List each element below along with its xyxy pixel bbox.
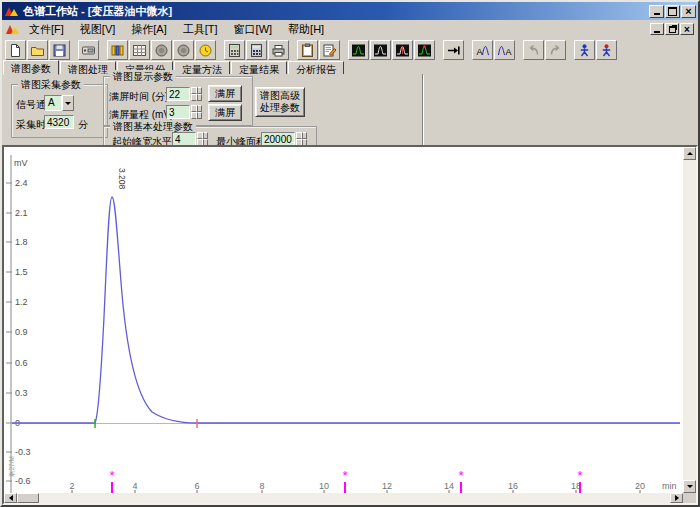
spin-up-icon[interactable] (191, 87, 202, 94)
acq-time-input[interactable]: 4320 (44, 115, 74, 129)
svg-text:0.9: 0.9 (15, 327, 28, 337)
chromatogram-dark-button[interactable] (370, 40, 391, 60)
chromatogram-plot[interactable]: mV 2.4 2.1 1.8 1.5 1.2 0.9 0.6 0.3 0 -0.… (4, 147, 681, 493)
undo-button[interactable] (523, 40, 544, 60)
x-axis-labels: 2 4 6 8 10 12 14 16 18 20 (69, 481, 645, 491)
tab-spectrum-params[interactable]: 谱图参数 (3, 60, 59, 75)
save-button[interactable] (49, 40, 70, 60)
column-bars-icon (110, 43, 125, 58)
document-icon (5, 22, 21, 36)
maximize-icon (668, 7, 677, 16)
spin-down-icon[interactable] (191, 112, 202, 119)
chromatogram-marked-button[interactable] (392, 40, 413, 60)
spin-up-icon[interactable] (296, 132, 307, 139)
fullscreen-range-input[interactable]: 3 (166, 105, 190, 119)
svg-text:-0.3: -0.3 (15, 447, 31, 457)
redo-button[interactable] (545, 40, 566, 60)
min-peak-area-spinner[interactable] (296, 132, 307, 146)
advanced-processing-button[interactable]: 谱图高级 处理参数 (255, 87, 305, 117)
menu-tools[interactable]: 工具[T] (175, 20, 226, 39)
tab-quant-results[interactable]: 定量结果 (231, 61, 287, 75)
scroll-up-button[interactable] (683, 147, 696, 160)
chromatogram-start-button[interactable] (348, 40, 369, 60)
horizontal-scroll-thumb[interactable] (17, 493, 39, 503)
fullscreen-time-button[interactable]: 满屏 (208, 85, 242, 102)
tab-spectrum-processing[interactable]: 谱图处理 (60, 61, 116, 75)
new-file-button[interactable] (5, 40, 26, 60)
peak-a-left-button[interactable]: A (472, 40, 493, 60)
app-window: 色谱工作站 - [变压器油中微水] × 文件[F] 视图[V] 操作[A] 工具… (0, 0, 700, 507)
scroll-left-button[interactable] (4, 493, 17, 503)
display-groupbox: 谱图显示参数 满屏时间 (分) 22 满屏 满屏量程 (mV) 3 满屏 (103, 76, 253, 126)
peak-a-right-icon: A (497, 43, 512, 58)
jump-to-end-icon (446, 43, 461, 58)
jump-to-end-button[interactable] (443, 40, 464, 60)
close-button[interactable]: × (681, 5, 696, 18)
svg-text:10: 10 (319, 481, 329, 491)
stop-circle-2-icon (176, 43, 191, 58)
maximize-button[interactable] (665, 5, 680, 18)
minimize-icon (654, 13, 660, 15)
peak-width-spinner[interactable] (197, 132, 208, 146)
calculator-button[interactable] (224, 40, 245, 60)
calculator-alt-button[interactable] (246, 40, 267, 60)
tab-analysis-report[interactable]: 分析报告 (288, 61, 344, 75)
vertical-scrollbar[interactable] (683, 147, 696, 493)
peak-a-left-icon: A (475, 43, 490, 58)
fullscreen-range-button[interactable]: 满屏 (208, 104, 242, 121)
menu-help[interactable]: 帮助[H] (280, 20, 332, 39)
stop-circle-2-button[interactable] (173, 40, 194, 60)
svg-text:1.8: 1.8 (15, 237, 28, 247)
acquisition-groupbox: 谱图采集参数 信号通道 A 采集时间 4320 分 (11, 84, 108, 138)
parameter-panel: 谱图采集参数 信号通道 A 采集时间 4320 分 谱图显示参数 满屏时间 (分… (3, 74, 423, 146)
menu-view[interactable]: 视图[V] (72, 20, 123, 39)
chromatogram-review-button[interactable] (414, 40, 435, 60)
menu-file[interactable]: 文件[F] (21, 20, 72, 39)
vial-rack-button[interactable] (129, 40, 150, 60)
svg-text:0.3: 0.3 (15, 388, 28, 398)
open-file-button[interactable] (27, 40, 48, 60)
chromatogram-marked-icon (395, 43, 410, 58)
horizontal-scrollbar[interactable] (4, 493, 683, 503)
display-group-title: 谱图显示参数 (110, 70, 176, 84)
scroll-right-button[interactable] (670, 493, 683, 503)
clock-button[interactable] (195, 40, 216, 60)
stop-circle-button[interactable] (151, 40, 172, 60)
column-bars-button[interactable] (107, 40, 128, 60)
svg-text:*: * (109, 468, 114, 483)
spin-up-icon[interactable] (197, 132, 208, 139)
menu-operate[interactable]: 操作[A] (123, 20, 174, 39)
instrument-button[interactable] (78, 40, 99, 60)
menu-window[interactable]: 窗口[W] (226, 20, 281, 39)
svg-text:1.5: 1.5 (15, 267, 28, 277)
edit-note-button[interactable] (319, 40, 340, 60)
fullscreen-time-input[interactable]: 22 (166, 87, 190, 101)
instrument-icon (81, 43, 96, 58)
scroll-down-button[interactable] (683, 480, 696, 493)
child-restore-button[interactable] (665, 23, 679, 35)
spin-down-icon[interactable] (191, 94, 202, 101)
peak-a-right-button[interactable]: A (494, 40, 515, 60)
advanced-button-line1: 谱图高级 (260, 90, 300, 102)
calculator-alt-icon (249, 43, 264, 58)
print-button[interactable] (268, 40, 289, 60)
peak-width-input[interactable]: 4 (172, 132, 196, 146)
person-blue-button[interactable] (574, 40, 595, 60)
fullscreen-time-spinner[interactable] (191, 87, 202, 101)
clipboard-button[interactable] (297, 40, 318, 60)
svg-text:4: 4 (132, 481, 137, 491)
new-file-icon (8, 43, 23, 58)
chevron-down-icon[interactable] (62, 95, 74, 111)
minimize-button[interactable] (649, 5, 664, 18)
fullscreen-range-spinner[interactable] (191, 105, 202, 119)
signal-channel-select[interactable]: A (44, 95, 74, 111)
svg-text:*: * (458, 468, 463, 483)
acquisition-group-title: 谱图采集参数 (18, 78, 84, 92)
child-minimize-button[interactable] (650, 23, 664, 35)
child-close-button[interactable]: × (680, 23, 694, 35)
save-icon (52, 43, 67, 58)
person-red-button[interactable] (596, 40, 617, 60)
min-peak-area-input[interactable]: 20000 (261, 132, 295, 146)
tab-quant-method[interactable]: 定量方法 (174, 61, 230, 75)
spin-up-icon[interactable] (191, 105, 202, 112)
